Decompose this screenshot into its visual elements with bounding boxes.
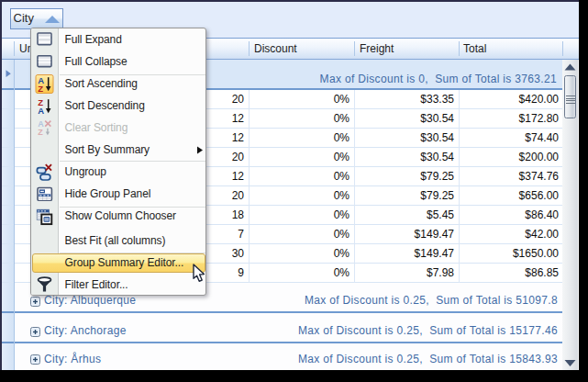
svg-text:Z: Z	[38, 83, 43, 93]
svg-text:A: A	[38, 105, 44, 115]
svg-text:Z: Z	[38, 128, 43, 137]
